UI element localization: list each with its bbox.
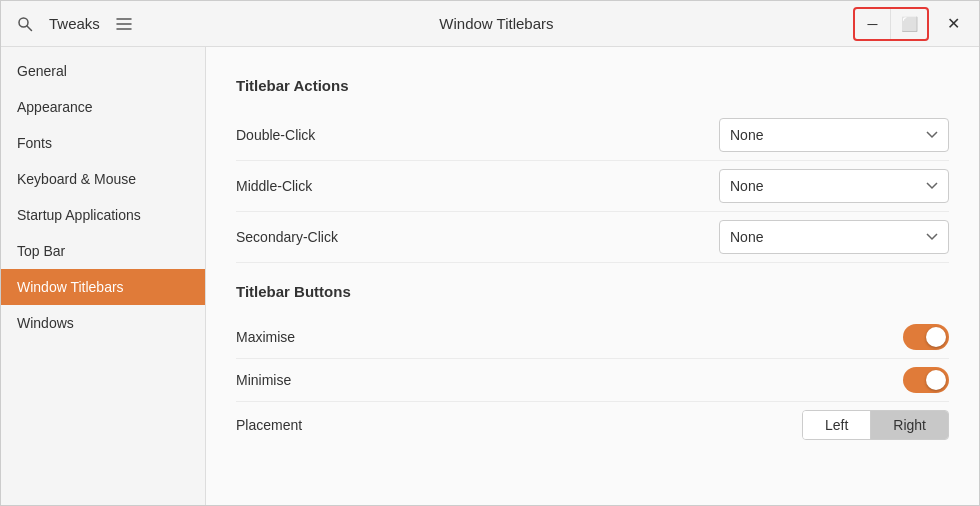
sidebar-item-startup-applications[interactable]: Startup Applications	[1, 197, 205, 233]
maximise-label: Maximise	[236, 329, 903, 345]
titlebar-actions-heading: Titlebar Actions	[236, 77, 949, 94]
svg-line-1	[27, 26, 32, 31]
minimise-control	[903, 367, 949, 393]
content-area: Titlebar Actions Double-Click None Lower…	[206, 47, 979, 505]
app-title: Tweaks	[49, 15, 100, 32]
title-bar-right: ─ ⬜ ✕	[853, 7, 971, 41]
search-button[interactable]	[9, 8, 41, 40]
minimise-toggle[interactable]	[903, 367, 949, 393]
titlebar-buttons-heading: Titlebar Buttons	[236, 283, 949, 300]
maximise-row: Maximise	[236, 316, 949, 359]
minimise-row: Minimise	[236, 359, 949, 402]
maximise-toggle[interactable]	[903, 324, 949, 350]
double-click-row: Double-Click None Lower Minimize Maximiz…	[236, 110, 949, 161]
placement-row: Placement Left Right	[236, 402, 949, 448]
sidebar-item-appearance[interactable]: Appearance	[1, 89, 205, 125]
placement-control: Left Right	[802, 410, 949, 440]
secondary-click-control: None Lower Minimize Maximize Toggle Maxi…	[719, 220, 949, 254]
minimise-label: Minimise	[236, 372, 903, 388]
sidebar-item-top-bar[interactable]: Top Bar	[1, 233, 205, 269]
main-content: General Appearance Fonts Keyboard & Mous…	[1, 47, 979, 505]
app-window: Tweaks Window Titlebars ─ ⬜ ✕ General Ap…	[0, 0, 980, 506]
minimize-button[interactable]: ─	[855, 9, 891, 39]
sidebar-item-fonts[interactable]: Fonts	[1, 125, 205, 161]
middle-click-label: Middle-Click	[236, 178, 719, 194]
sidebar-item-keyboard-mouse[interactable]: Keyboard & Mouse	[1, 161, 205, 197]
window-title: Window Titlebars	[140, 15, 853, 32]
close-button[interactable]: ✕	[935, 9, 971, 39]
placement-left-button[interactable]: Left	[803, 411, 871, 439]
sidebar-item-window-titlebars[interactable]: Window Titlebars	[1, 269, 205, 305]
placement-group: Left Right	[802, 410, 949, 440]
middle-click-select[interactable]: None Lower Minimize Maximize Toggle Maxi…	[719, 169, 949, 203]
maximise-control	[903, 324, 949, 350]
minimise-slider	[903, 367, 949, 393]
title-bar-left: Tweaks	[9, 8, 140, 40]
middle-click-row: Middle-Click None Lower Minimize Maximiz…	[236, 161, 949, 212]
double-click-select[interactable]: None Lower Minimize Maximize Toggle Maxi…	[719, 118, 949, 152]
menu-button[interactable]	[108, 8, 140, 40]
secondary-click-select[interactable]: None Lower Minimize Maximize Toggle Maxi…	[719, 220, 949, 254]
sidebar: General Appearance Fonts Keyboard & Mous…	[1, 47, 206, 505]
middle-click-control: None Lower Minimize Maximize Toggle Maxi…	[719, 169, 949, 203]
placement-label: Placement	[236, 417, 802, 433]
secondary-click-row: Secondary-Click None Lower Minimize Maxi…	[236, 212, 949, 263]
window-controls-group: ─ ⬜	[853, 7, 929, 41]
sidebar-item-windows[interactable]: Windows	[1, 305, 205, 341]
secondary-click-label: Secondary-Click	[236, 229, 719, 245]
maximize-button[interactable]: ⬜	[891, 9, 927, 39]
title-bar: Tweaks Window Titlebars ─ ⬜ ✕	[1, 1, 979, 47]
placement-right-button[interactable]: Right	[871, 411, 948, 439]
maximise-slider	[903, 324, 949, 350]
sidebar-item-general[interactable]: General	[1, 53, 205, 89]
double-click-control: None Lower Minimize Maximize Toggle Maxi…	[719, 118, 949, 152]
double-click-label: Double-Click	[236, 127, 719, 143]
